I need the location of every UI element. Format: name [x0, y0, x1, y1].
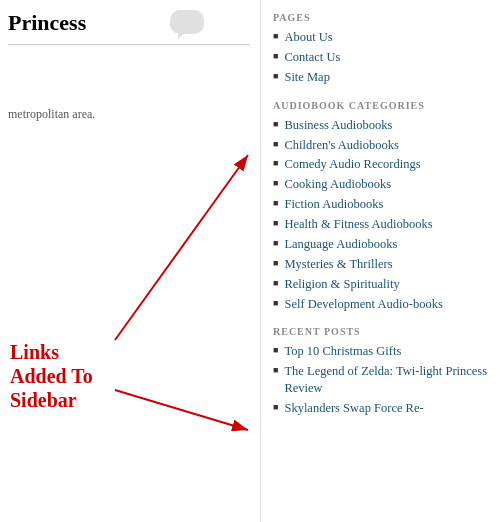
bullet-icon: ■: [273, 237, 278, 250]
christmas-gifts-link[interactable]: Top 10 Christmas Gifts: [284, 343, 401, 360]
categories-label-circled: AUDIOBOOK CATEGORIES: [273, 100, 425, 111]
pages-list: ■ About Us ■ Contact Us ■ Site Map: [273, 29, 488, 86]
categories-section: AUDIOBOOK CATEGORIES ■ Business Audioboo…: [273, 100, 488, 313]
list-item: ■ Cooking Audiobooks: [273, 176, 488, 193]
bullet-icon: ■: [273, 177, 278, 190]
bullet-icon: ■: [273, 30, 278, 43]
language-audiobooks-link[interactable]: Language Audiobooks: [284, 236, 397, 253]
pages-label: PAGES: [273, 12, 488, 23]
annotation-box: LinksAdded ToSidebar: [10, 340, 93, 412]
pages-section: PAGES ■ About Us ■ Contact Us ■ Site Map: [273, 12, 488, 86]
bullet-icon: ■: [273, 257, 278, 270]
bullet-icon: ■: [273, 118, 278, 131]
bullet-icon: ■: [273, 217, 278, 230]
bullet-icon: ■: [273, 277, 278, 290]
recent-label: RECENT POSTS: [273, 326, 488, 337]
cooking-audiobooks-link[interactable]: Cooking Audiobooks: [284, 176, 391, 193]
bullet-icon: ■: [273, 157, 278, 170]
mysteries-thrillers-link[interactable]: Mysteries & Thrillers: [284, 256, 392, 273]
divider: [8, 44, 250, 45]
list-item: ■ Business Audiobooks: [273, 117, 488, 134]
self-development-link[interactable]: Self Development Audio-books: [284, 296, 442, 313]
fiction-audiobooks-link[interactable]: Fiction Audiobooks: [284, 196, 383, 213]
bullet-icon: ■: [273, 197, 278, 210]
list-item: ■ Religion & Spirituality: [273, 276, 488, 293]
bullet-icon: ■: [273, 50, 278, 63]
list-item: ■ Top 10 Christmas Gifts: [273, 343, 488, 360]
recent-list: ■ Top 10 Christmas Gifts ■ The Legend of…: [273, 343, 488, 417]
list-item: ■ Contact Us: [273, 49, 488, 66]
list-item: ■ Fiction Audiobooks: [273, 196, 488, 213]
list-item: ■ About Us: [273, 29, 488, 46]
page-container: Princess metropolitan area. LinksAdded T…: [0, 0, 500, 522]
list-item: ■ Skylanders Swap Force Re-: [273, 400, 488, 417]
bullet-icon: ■: [273, 364, 278, 377]
health-fitness-link[interactable]: Health & Fitness Audiobooks: [284, 216, 432, 233]
main-content: Princess metropolitan area. LinksAdded T…: [0, 0, 260, 522]
religion-spirituality-link[interactable]: Religion & Spirituality: [284, 276, 399, 293]
body-text: metropolitan area.: [8, 105, 250, 123]
childrens-audiobooks-link[interactable]: Children's Audiobooks: [284, 137, 398, 154]
list-item: ■ Language Audiobooks: [273, 236, 488, 253]
list-item: ■ Self Development Audio-books: [273, 296, 488, 313]
bullet-icon: ■: [273, 401, 278, 414]
comedy-audio-link[interactable]: Comedy Audio Recordings: [284, 156, 420, 173]
annotation-text: LinksAdded ToSidebar: [10, 340, 93, 412]
business-audiobooks-link[interactable]: Business Audiobooks: [284, 117, 392, 134]
bullet-icon: ■: [273, 70, 278, 83]
bullet-icon: ■: [273, 344, 278, 357]
about-us-link[interactable]: About Us: [284, 29, 332, 46]
zelda-review-link[interactable]: The Legend of Zelda: Twi-light Princess …: [284, 363, 488, 397]
bullet-icon: ■: [273, 138, 278, 151]
page-title: Princess: [8, 10, 250, 36]
site-map-link[interactable]: Site Map: [284, 69, 329, 86]
arrows-svg: [0, 0, 260, 522]
bullet-icon: ■: [273, 297, 278, 310]
svg-line-3: [115, 390, 248, 430]
contact-us-link[interactable]: Contact Us: [284, 49, 340, 66]
list-item: ■ Children's Audiobooks: [273, 137, 488, 154]
skylanders-link[interactable]: Skylanders Swap Force Re-: [284, 400, 423, 417]
recent-section: RECENT POSTS ■ Top 10 Christmas Gifts ■ …: [273, 326, 488, 417]
sidebar: PAGES ■ About Us ■ Contact Us ■ Site Map: [260, 0, 500, 522]
list-item: ■ Health & Fitness Audiobooks: [273, 216, 488, 233]
categories-list: ■ Business Audiobooks ■ Children's Audio…: [273, 117, 488, 313]
list-item: ■ Mysteries & Thrillers: [273, 256, 488, 273]
list-item: ■ The Legend of Zelda: Twi-light Princes…: [273, 363, 488, 397]
categories-label: AUDIOBOOK CATEGORIES: [273, 100, 488, 111]
list-item: ■ Site Map: [273, 69, 488, 86]
comment-bubble-icon: [170, 10, 206, 38]
svg-line-2: [115, 155, 248, 340]
list-item: ■ Comedy Audio Recordings: [273, 156, 488, 173]
